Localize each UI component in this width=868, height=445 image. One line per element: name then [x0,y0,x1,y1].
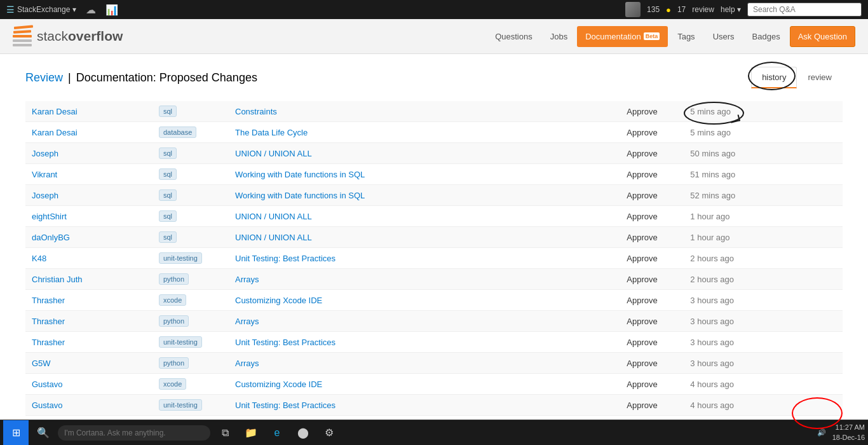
tag-cell: xcode [153,374,229,395]
tag-badge[interactable]: sql [159,231,177,243]
topic-link[interactable]: Working with Date functions in SQL [235,191,365,200]
user-link[interactable]: Christian Juth [32,275,82,284]
topic-link[interactable]: Arrays [235,275,259,284]
tag-badge[interactable]: sql [159,189,177,201]
main-nav: stackoverflow Questions Jobs Documentati… [0,19,868,54]
topic-cell: Unit Testing: Best Practices [229,248,620,269]
tag-badge[interactable]: python [159,315,189,327]
tag-badge[interactable]: unit-testing [159,399,202,411]
chrome-icon[interactable]: ⬤ [292,421,315,444]
table-row: G5W python Arrays Approve 3 hours ago [25,353,843,374]
system-clock: 11:27 AM 18-Dec-16 [832,423,865,442]
inbox-icon[interactable]: ☁ [86,4,96,16]
tag-badge[interactable]: sql [159,210,177,222]
user-link[interactable]: G5W [32,359,51,368]
tag-badge[interactable]: xcode [159,378,186,390]
file-explorer-icon[interactable]: 📁 [240,421,262,444]
topic-link[interactable]: Unit Testing: Best Practices [235,338,336,347]
tag-badge[interactable]: unit-testing [159,336,202,348]
topic-link[interactable]: Unit Testing: Best Practices [235,400,336,410]
settings-icon[interactable]: ⚙ [318,421,341,444]
users-nav-btn[interactable]: Users [705,26,743,47]
badges-nav-btn[interactable]: Badges [744,26,789,47]
tag-cell: database [153,122,229,143]
time-cell: 3 hours ago [684,290,843,311]
review-table: Karan Desai sql Constraints Approve 5 mi… [25,101,843,445]
topic-link[interactable]: UNION / UNION ALL [235,212,312,221]
user-link[interactable]: Thrasher [32,317,65,326]
jobs-nav-btn[interactable]: Jobs [542,26,576,47]
user-link[interactable]: Joseph [32,191,58,200]
topic-link[interactable]: Unit Testing: Best Practices [235,254,336,263]
tag-cell: python [153,353,229,374]
user-link[interactable]: K48 [32,254,46,263]
user-link[interactable]: Karan Desai [32,107,78,116]
topic-link[interactable]: UNION / UNION ALL [235,149,312,158]
user-cell: daOnlyBG [25,227,153,248]
topic-link[interactable]: The Data Life Cycle [235,128,308,137]
search-taskbar-icon[interactable]: 🔍 [32,421,55,444]
stackexchange-icon: ☰ [6,4,15,15]
dropdown-arrow: ▾ [72,5,76,14]
user-avatar[interactable] [625,2,641,17]
action-cell: Approve [620,101,684,122]
tag-cell: sql [153,101,229,122]
stackexchange-dropdown[interactable]: ☰ StackExchange ▾ [6,4,76,15]
topic-link[interactable]: Arrays [235,359,259,368]
table-row: daOnlyBG sql UNION / UNION ALL Approve 1… [25,227,843,248]
action-cell: Approve [620,143,684,164]
topic-link[interactable]: Working with Date functions in SQL [235,170,365,179]
user-link[interactable]: Thrasher [32,338,65,347]
user-link[interactable]: Karan Desai [32,128,78,137]
questions-nav-btn[interactable]: Questions [487,26,541,47]
topic-link[interactable]: UNION / UNION ALL [235,233,312,242]
logo-text: stackoverflow [37,29,123,44]
ask-question-button[interactable]: Ask Question [790,26,855,47]
tag-badge[interactable]: python [159,357,189,369]
tag-badge[interactable]: sql [159,106,177,117]
table-row: Christian Juth python Arrays Approve 2 h… [25,269,843,290]
tab-history[interactable]: history [751,67,797,88]
tag-badge[interactable]: xcode [159,294,186,306]
tag-badge[interactable]: sql [159,168,177,180]
topic-cell: Arrays [229,269,620,290]
user-link[interactable]: eightShirt [32,212,67,221]
topic-link[interactable]: Customizing Xcode IDE [235,380,322,389]
user-cell: Thrasher [25,332,153,353]
topic-link[interactable]: Constraints [235,107,277,116]
search-input[interactable] [747,3,862,17]
review-nav-link[interactable]: review [692,5,714,14]
page-title: Documentation: Proposed Changes [76,71,257,85]
review-breadcrumb-link[interactable]: Review [25,71,63,85]
start-button[interactable]: ⊞ [3,420,29,446]
time-cell: 2 hours ago [684,248,843,269]
user-cell: Joseph [25,143,153,164]
user-cell: Gustavo [25,374,153,395]
user-link[interactable]: daOnlyBG [32,233,70,242]
tag-cell: sql [153,185,229,206]
tab-review[interactable]: review [797,67,843,88]
user-link[interactable]: Gustavo [32,380,62,389]
tag-badge[interactable]: unit-testing [159,252,202,264]
achievements-icon[interactable]: 📊 [105,4,118,16]
edge-icon[interactable]: e [266,421,288,444]
tag-badge[interactable]: database [159,127,196,138]
clock-time: 11:27 AM [832,423,865,432]
user-link[interactable]: Thrasher [32,296,65,305]
action-cell: Approve [620,332,684,353]
user-cell: G5W [25,353,153,374]
time-cell: 3 hours ago [684,311,843,332]
tag-badge[interactable]: python [159,273,189,285]
topic-link[interactable]: Customizing Xcode IDE [235,296,322,305]
tags-nav-btn[interactable]: Tags [669,26,703,47]
clock-date: 18-Dec-16 [832,433,865,442]
documentation-nav-btn[interactable]: Documentation Beta [577,26,668,47]
help-nav-link[interactable]: help ▾ [721,5,741,14]
topic-link[interactable]: Arrays [235,317,259,326]
task-view-icon[interactable]: ⧉ [214,421,236,444]
user-link[interactable]: Gustavo [32,400,62,410]
cortana-input[interactable] [58,425,210,441]
user-link[interactable]: Joseph [32,149,58,158]
user-link[interactable]: Vikrant [32,170,57,179]
tag-badge[interactable]: sql [159,147,177,159]
